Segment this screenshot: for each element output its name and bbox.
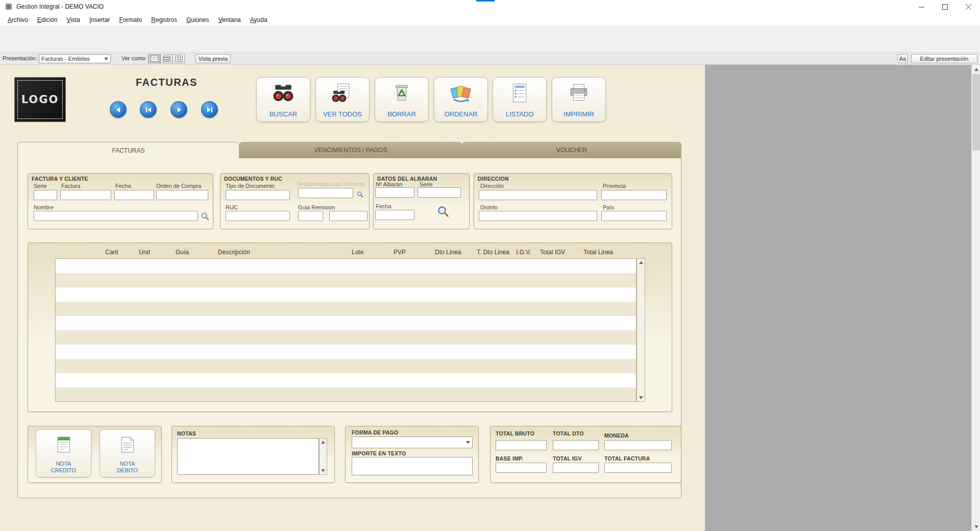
status-toolbar: 0 0 Total (Desord.) Registros Mostrar to…	[0, 26, 980, 53]
table-scroll-down-button[interactable]	[637, 394, 645, 401]
nombre-field[interactable]	[34, 211, 198, 221]
distrito-field[interactable]	[479, 211, 597, 221]
notas-scroll-down-button[interactable]	[320, 467, 327, 474]
pais-field[interactable]	[601, 211, 667, 221]
column-header-pvp: PVP	[394, 249, 406, 256]
serie-field[interactable]	[34, 190, 57, 200]
search-albaran-magnifier-icon[interactable]	[437, 205, 449, 220]
menu-item-archivo[interactable]: Archivo	[3, 15, 33, 25]
minimize-button[interactable]	[910, 0, 933, 14]
forma-pago-dropdown[interactable]	[352, 437, 473, 448]
list-view-button[interactable]	[160, 54, 173, 63]
layout-bar: Presentación: Facturas - Emitidas Ver co…	[0, 53, 980, 65]
factura-field[interactable]	[60, 190, 111, 200]
tab-vencimientos-pagos[interactable]: VENCIMIENTOS / PAGOS	[239, 142, 462, 158]
go-previous-button[interactable]	[110, 101, 127, 118]
tab-facturas[interactable]: FACTURAS	[17, 142, 239, 158]
borrar-button[interactable]: BORRAR	[375, 77, 429, 122]
nota-credito-button[interactable]: NOTA CREDITO	[36, 429, 91, 477]
ver-todos-button[interactable]: VER TODOS	[315, 77, 370, 122]
nota-debito-button[interactable]: NOTA DEBITO	[100, 429, 155, 477]
tipo-documento-field[interactable]	[226, 190, 290, 200]
menu-item-formato[interactable]: Formato	[115, 15, 147, 25]
total-bruto-field[interactable]	[496, 440, 547, 450]
title-bar: Gestion Integral - DEMO VACIO	[0, 0, 980, 14]
moneda-field[interactable]	[604, 440, 672, 450]
menu-bar: Archivo Edición Vista Insertar Formato R…	[0, 14, 980, 26]
form-view-button[interactable]	[148, 54, 160, 63]
albaran-fecha-label: Fecha	[376, 203, 391, 209]
tipo-documento-label: Tipo de Documento	[226, 183, 275, 189]
notas-scroll-up-button[interactable]	[320, 439, 327, 446]
menu-item-insertar[interactable]: Insertar	[85, 15, 115, 25]
relacionado-field[interactable]	[298, 188, 353, 198]
scroll-down-button[interactable]	[972, 522, 980, 531]
go-last-button[interactable]	[201, 101, 218, 118]
total-igv-label: TOTAL IGV	[553, 455, 582, 462]
fecha-field[interactable]	[114, 190, 154, 200]
edit-layout-button[interactable]: Editar presentación	[911, 54, 977, 63]
guia-remision-serie-field[interactable]	[298, 211, 323, 221]
presentation-label: Presentación:	[3, 55, 37, 61]
search-client-magnifier-icon[interactable]	[201, 212, 209, 223]
presentation-dropdown[interactable]: Facturas - Emitidas	[39, 54, 111, 63]
menu-item-edicion[interactable]: Edición	[33, 15, 62, 25]
nav-next-icon	[176, 106, 183, 113]
menu-item-ayuda[interactable]: Ayuda	[246, 15, 272, 25]
go-first-button[interactable]	[140, 101, 157, 118]
importe-texto-label: IMPORTE EN TEXTO	[352, 450, 406, 456]
ordenar-button[interactable]: ORDENAR	[434, 77, 488, 122]
listado-button[interactable]: LISTADO	[493, 77, 547, 122]
notas-textarea[interactable]	[177, 438, 319, 475]
table-scroll-up-button[interactable]	[637, 259, 645, 266]
base-imp-label: BASE IMP.	[496, 455, 523, 462]
menu-item-guiones[interactable]: Guiones	[182, 15, 214, 25]
albaran-fecha-field[interactable]	[375, 210, 414, 220]
provincia-field[interactable]	[601, 190, 667, 200]
guia-remision-numero-field[interactable]	[329, 211, 368, 221]
menu-item-ventana[interactable]: Ventana	[214, 15, 246, 25]
table-row	[56, 302, 636, 316]
unused-area	[705, 65, 971, 531]
orden-compra-field[interactable]	[156, 190, 208, 200]
go-next-button[interactable]	[170, 101, 187, 118]
albaran-serie-field[interactable]	[418, 187, 461, 198]
maximize-icon	[942, 4, 948, 10]
vertical-scrollbar[interactable]	[971, 65, 980, 531]
table-view-button[interactable]	[173, 54, 185, 63]
table-row	[56, 287, 636, 302]
buscar-button[interactable]: BUSCAR	[256, 77, 310, 122]
formatting-bar-button[interactable]: Aa	[897, 54, 908, 63]
tab-voucher[interactable]: VOUCHER	[462, 142, 681, 158]
debit-note-icon	[100, 436, 155, 453]
window-accent-strip	[476, 0, 495, 2]
search-document-magnifier-icon[interactable]	[357, 190, 363, 200]
notas-title: NOTAS	[177, 430, 196, 437]
imprimir-button[interactable]: IMPRIMIR	[552, 77, 606, 122]
menu-item-vista[interactable]: Vista	[62, 15, 84, 25]
total-dto-field[interactable]	[553, 440, 599, 450]
total-factura-field[interactable]	[604, 463, 672, 473]
moneda-label: MONEDA	[604, 432, 629, 439]
numero-albaran-field[interactable]	[375, 187, 414, 198]
importe-texto-field[interactable]	[352, 457, 473, 475]
window-title: Gestion Integral - DEMO VACIO	[16, 3, 104, 10]
group-title: DOCUMENTOS Y RUC	[224, 176, 282, 182]
close-button[interactable]	[957, 0, 980, 14]
cards-icon	[434, 83, 487, 103]
total-igv-field[interactable]	[553, 463, 599, 473]
group-title: FACTURA Y CLIENTE	[32, 176, 88, 182]
menu-item-registros[interactable]: Registros	[146, 15, 182, 25]
notas-scrollbar[interactable]	[319, 438, 327, 475]
column-header-total-linea: Total Linea	[583, 249, 613, 256]
ruc-field[interactable]	[226, 211, 290, 221]
scrollbar-thumb[interactable]	[972, 74, 980, 151]
table-scrollbar[interactable]	[636, 258, 645, 402]
base-imp-field[interactable]	[496, 463, 547, 473]
column-header-und: Und	[139, 249, 150, 256]
preview-button[interactable]: Vista previa	[195, 54, 231, 63]
maximize-button[interactable]	[933, 0, 957, 14]
scroll-up-button[interactable]	[972, 65, 980, 74]
direccion-field[interactable]	[479, 190, 597, 200]
triangle-up-icon	[974, 68, 978, 71]
